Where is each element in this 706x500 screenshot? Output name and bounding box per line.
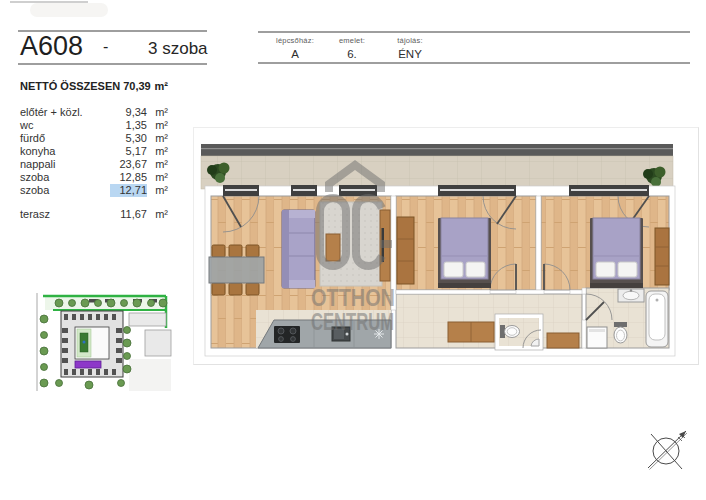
area-row-terrace: terasz 11,67 m²: [20, 208, 168, 221]
pillow: [618, 262, 637, 277]
toilet: [614, 322, 627, 343]
row-unit: m²: [147, 158, 168, 171]
row-label: nappali: [20, 158, 110, 171]
row-unit: m²: [147, 106, 168, 119]
north-compass: [638, 424, 698, 476]
row-value: 1,35: [110, 119, 147, 132]
terrace-floor: [201, 156, 673, 189]
bedroom-1-furniture: [397, 217, 491, 288]
area-table: NETTÓ ÖSSZESEN 70,39 m² előtér + közl. 9…: [20, 80, 168, 221]
info-col-orientation: tájolás: ÉNY: [370, 36, 450, 60]
row-label: szoba: [20, 171, 110, 184]
dining-set: [209, 245, 264, 295]
bathroom-sink: [618, 289, 644, 302]
terrace: [201, 144, 673, 189]
floor-plan: OTTHON CENTRUM: [193, 127, 699, 365]
net-total-row: NETTÓ ÖSSZESEN 70,39 m²: [20, 80, 168, 93]
area-row-bedroom-2: szoba 12,71 m²: [20, 184, 168, 197]
sideboard: [448, 322, 494, 342]
dining-table: [209, 257, 264, 283]
row-label: fürdő: [20, 132, 110, 145]
pillow: [466, 262, 485, 277]
pillow: [596, 262, 615, 277]
watermark-line1: OTTHON: [311, 285, 395, 311]
area-row-bathroom: fürdő 5,30 m²: [20, 132, 168, 145]
area-row-wc: wc 1,35 m²: [20, 119, 168, 132]
apartment-id: A608: [20, 32, 83, 60]
area-row-livingroom: nappali 23,67 m²: [20, 158, 168, 171]
net-total-label: NETTÓ ÖSSZESEN: [20, 80, 120, 93]
row-value: 5,30: [110, 132, 147, 145]
bed: [590, 218, 643, 288]
hall-cabinet: [547, 333, 579, 348]
floor-plan-drawing: OTTHON CENTRUM: [194, 128, 698, 364]
site-plan: [33, 283, 173, 393]
title-bottom-rule: [18, 63, 207, 65]
row-value: 12,85: [110, 171, 147, 184]
compass-icon: [638, 424, 698, 476]
row-label: konyha: [20, 145, 110, 158]
net-total-value: 70,39: [120, 80, 150, 93]
headboard: [438, 283, 491, 288]
row-value: 11,67: [110, 208, 147, 221]
window: [438, 185, 516, 196]
stove: [274, 326, 300, 343]
row-unit: m²: [147, 119, 168, 132]
orientation-value: ÉNY: [370, 48, 450, 60]
headboard: [590, 283, 643, 288]
sofa: [282, 210, 315, 288]
watermark-line2: CENTRUM: [311, 309, 394, 335]
row-unit: m²: [147, 171, 168, 184]
washing-machine: [587, 327, 607, 348]
row-value: 9,34: [110, 106, 147, 119]
row-unit: m²: [147, 208, 168, 221]
row-label: szoba: [20, 184, 110, 197]
area-row-entry: előtér + közl. 9,34 m²: [20, 106, 168, 119]
room-count-label: 3 szoba: [148, 39, 208, 59]
page-top-edge-line: [10, 1, 88, 3]
wardrobe: [655, 228, 669, 285]
site-plan-drawing: [33, 283, 173, 393]
info-table-bottom-rule: [258, 62, 690, 64]
row-value: 23,67: [110, 158, 147, 171]
row-value: 5,17: [110, 145, 147, 158]
wardrobe: [397, 217, 414, 284]
row-label: wc: [20, 119, 110, 132]
bedroom-2-furniture: [590, 218, 669, 288]
terrace-railing: [201, 144, 673, 156]
main-building: [61, 311, 123, 377]
title-separator: -: [103, 38, 108, 56]
row-unit: m²: [147, 184, 168, 197]
window: [569, 185, 649, 196]
row-unit: m²: [147, 132, 168, 145]
window: [223, 185, 259, 196]
highlighted-unit-marker: [75, 361, 101, 368]
bed: [438, 218, 491, 288]
orientation-label: tájolás:: [370, 36, 450, 45]
area-row-bedroom-1: szoba 12,85 m²: [20, 171, 168, 184]
row-value-highlighted: 12,71: [110, 184, 147, 197]
faded-logo-artifact: [30, 3, 108, 17]
bathtub: [646, 291, 668, 347]
info-table-top-rule: [258, 31, 690, 33]
neighbor-buildings: [129, 313, 171, 391]
row-label: terasz: [20, 208, 110, 221]
row-label: előtér + közl.: [20, 106, 110, 119]
pillow: [444, 262, 463, 277]
row-unit: m²: [147, 145, 168, 158]
coffee-table: [326, 234, 340, 261]
area-row-kitchen: konyha 5,17 m²: [20, 145, 168, 158]
window: [291, 185, 317, 196]
floorplan-datasheet-page: { "page": { "title_block": { "unit": "A6…: [0, 0, 706, 500]
net-total-unit: m²: [151, 80, 168, 93]
